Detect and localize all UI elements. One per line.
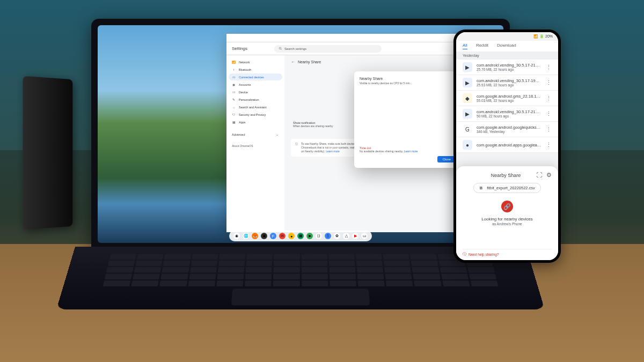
youtube-icon[interactable]: ▶ [352, 233, 358, 239]
settings-header: Settings Search settings [226, 42, 477, 55]
list-item[interactable]: ● com.google.android.apps.googleassistan… [456, 137, 558, 153]
sidebar-item-connected-devices[interactable]: ▭Connected devices [229, 73, 282, 80]
gear-icon[interactable]: ⚙ [546, 172, 552, 179]
section-yesterday: Yesterday [456, 51, 558, 60]
sidebar-item-label: Search and Assistant [239, 106, 267, 109]
app-icon: ● [463, 140, 472, 150]
more-icon[interactable]: ⋮ [546, 95, 552, 102]
svg-point-0 [279, 47, 281, 49]
file-name: com.android.vending_30.5.17-21_0_PR_447.… [477, 63, 541, 68]
gmail-icon[interactable]: ✉ [279, 233, 286, 239]
nearby-share-sheet: Nearby Share ⛶ ⚙ 🗎 fitbit_export_2022052… [456, 166, 558, 260]
docs-icon[interactable]: ▯ [325, 233, 331, 239]
search-settings-input[interactable]: Search settings [274, 45, 382, 53]
learn-more-link[interactable]: Learn more [326, 150, 340, 153]
person-icon: ◉ [232, 83, 236, 86]
app-icon: ▶ [463, 109, 472, 119]
app-icon: ▶ [463, 78, 472, 87]
file-meta: 346 kB, Yesterday [477, 130, 541, 134]
folded-phone-background [23, 76, 73, 230]
file-name: com.google.android.gms_22.18.19_(220300.… [477, 94, 541, 99]
list-item[interactable]: ▶ com.android.vending_30.5.17-21_0_PR_44… [456, 60, 558, 75]
slides-icon[interactable]: ▭ [361, 233, 368, 239]
file-name: com.google.android.googlequicksearchbox [477, 125, 541, 130]
photos-icon[interactable]: ✿ [334, 233, 340, 239]
sidebar-item-device[interactable]: ▭Device [229, 88, 282, 95]
more-icon[interactable]: ⋮ [546, 126, 552, 133]
learn-more-link[interactable]: Learn more [404, 150, 418, 153]
share-filename: fitbit_export_20220522.csv [487, 186, 535, 190]
need-help-label: Need help sharing? [469, 253, 499, 256]
sidebar-item-network[interactable]: 📶Network [229, 58, 282, 65]
file-icon: 🗎 [479, 186, 484, 190]
battery-percent: 20% [545, 34, 553, 39]
file-meta: 50 MB, 22 hours ago [477, 114, 541, 118]
tab-reddit[interactable]: Reddit [476, 43, 488, 49]
more-icon[interactable]: ⋮ [546, 79, 552, 86]
play-store-icon[interactable]: ▶ [306, 233, 313, 239]
apps-icon: ▦ [232, 120, 236, 124]
sidebar-item-advanced[interactable]: Advanced⌄ [229, 131, 282, 138]
sidebar-item-apps[interactable]: ▦Apps [229, 119, 282, 125]
sidebar-item-label: Connected devices [239, 76, 264, 79]
sidebar-item-accounts[interactable]: ◉Accounts [229, 81, 282, 88]
list-item[interactable]: ◆ com.google.android.gms_22.18.19_(22030… [456, 91, 558, 106]
need-help-link[interactable]: ⓘ Need help sharing? [463, 249, 552, 257]
app-icon: ◆ [463, 93, 472, 103]
sidebar-item-search-assistant[interactable]: ⌕Search and Assistant [229, 104, 282, 110]
settings-window: — ▢ ✕ Settings Search settings 📶Network … [226, 34, 477, 232]
sidebar-item-bluetooth[interactable]: ᚼBluetooth [229, 66, 282, 73]
sidebar-item-security-privacy[interactable]: 🛡Security and Privacy [229, 111, 282, 118]
list-item[interactable]: G com.google.android.googlequicksearchbo… [456, 122, 558, 137]
sidebar-item-label: Device [239, 91, 248, 94]
chrome-icon[interactable]: 🌐 [243, 233, 249, 239]
info-icon: ⓘ [295, 142, 298, 153]
code-icon[interactable]: ⟨⟩ [316, 233, 322, 239]
list-item[interactable]: ▶ com.android.vending_30.5.17-21_0_PR_44… [456, 106, 558, 122]
keyboard [104, 254, 497, 283]
nearby-share-dialog: Nearby Share Visible to nearby devices a… [354, 71, 462, 168]
keep-icon[interactable]: ● [288, 233, 295, 239]
launcher-icon[interactable]: ◉ [233, 233, 240, 239]
sidebar-item-label: Network [239, 61, 250, 64]
file-meta: 25.93 MB, 22 hours ago [477, 83, 541, 87]
sidebar-item-label: Apps [239, 121, 246, 124]
file-meta: 55.03 MB, 22 hours ago [477, 99, 541, 102]
sidebar-item-about[interactable]: About ChromeOS [229, 143, 282, 149]
share-device-name: as Andrew's Phone [492, 222, 522, 226]
terminal-icon[interactable]: ▣ [261, 233, 267, 239]
more-icon[interactable]: ⋮ [546, 142, 552, 149]
list-item[interactable]: ▶ com.android.vending_30.5.17-19_0_PR_44… [456, 75, 558, 91]
search-icon [279, 47, 282, 50]
signal-icon: 📶 [533, 34, 538, 39]
chevron-down-icon: ⌄ [275, 132, 279, 136]
sidebar-item-label: Bluetooth [239, 68, 251, 71]
search-icon: ⌕ [232, 105, 236, 109]
downloads-list: ▶ com.android.vending_30.5.17-21_0_PR_44… [456, 60, 558, 153]
sheets-icon[interactable]: ▦ [297, 233, 304, 239]
phone: 📶 🔋 20% All Reddit Download Yesterday ▶ … [453, 29, 561, 263]
tab-all[interactable]: All [463, 43, 467, 49]
drive-icon[interactable]: △ [343, 233, 349, 239]
tab-download[interactable]: Download [497, 43, 516, 49]
laptop: — ▢ ✕ Settings Search settings 📶Network … [91, 19, 510, 249]
more-icon[interactable]: ⋮ [546, 110, 552, 117]
status-bar: 📶 🔋 20% [456, 32, 558, 41]
breadcrumb: ← Nearby Share [291, 60, 470, 64]
file-name: com.android.vending_30.5.17-19_0_PR_447.… [477, 78, 541, 83]
expand-icon[interactable]: ⛶ [536, 172, 542, 179]
share-file-chip: 🗎 fitbit_export_20220522.csv [473, 183, 541, 193]
show-notification-sub: When devices are sharing nearby [293, 124, 333, 128]
back-button[interactable]: ← [291, 60, 295, 64]
settings-title: Settings [232, 46, 247, 51]
shield-icon: 🛡 [232, 113, 236, 116]
share-status: Looking for nearby devices [481, 217, 533, 221]
sidebar-item-personalization[interactable]: ✎Personalization [229, 96, 282, 103]
firefox-icon[interactable]: 🦊 [252, 233, 258, 239]
dialog-error-sub: No available devices sharing nearby. [360, 150, 403, 153]
files-icon[interactable]: F [270, 233, 276, 239]
trackpad [231, 289, 370, 306]
more-icon[interactable]: ⋮ [546, 64, 552, 71]
sidebar-item-label: Security and Privacy [239, 113, 266, 116]
bluetooth-icon: ᚼ [232, 68, 236, 71]
